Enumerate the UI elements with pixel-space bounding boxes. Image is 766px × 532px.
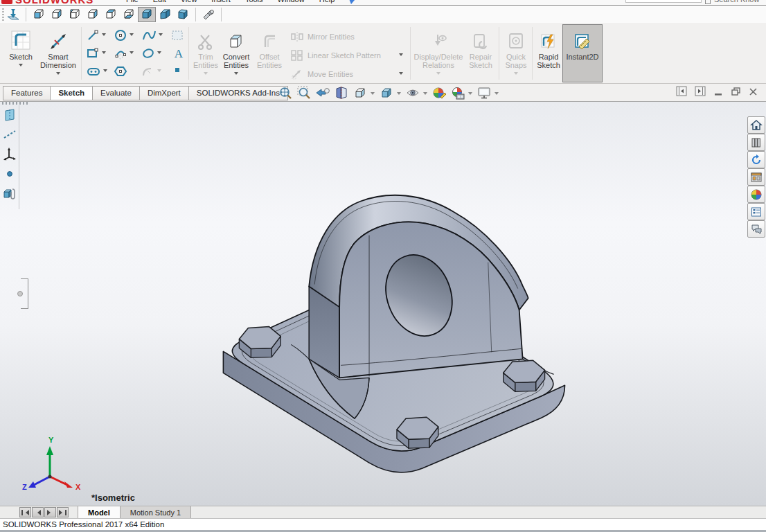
convert-entities-button[interactable]: Convert Entities	[219, 26, 253, 80]
first-sheet-button[interactable]	[19, 507, 31, 517]
next-sheet-button[interactable]	[44, 507, 56, 517]
normal-to-button[interactable]	[4, 7, 22, 22]
smart-dimension-caret[interactable]	[56, 72, 60, 77]
tab-dimxpert[interactable]: DimXpert	[139, 86, 188, 100]
close-button[interactable]	[749, 87, 758, 99]
spline-tool-button[interactable]	[141, 28, 163, 42]
menu-window[interactable]: Window	[278, 0, 305, 3]
view-settings-caret[interactable]	[495, 92, 499, 97]
convert-entities-caret[interactable]	[234, 72, 238, 77]
apply-scene-caret[interactable]	[468, 92, 472, 97]
linear-sketch-pattern-button[interactable]: Linear Sketch Pattern	[291, 50, 381, 61]
rapid-sketch-button[interactable]: Rapid Sketch	[533, 26, 564, 80]
view-orientation-button[interactable]	[352, 85, 368, 100]
taskpane-file-explorer-button[interactable]	[747, 151, 765, 168]
offset-entities-button[interactable]: Offset Entities	[253, 26, 285, 80]
arc-caret[interactable]	[130, 51, 134, 56]
smart-dimension-button[interactable]: Smart Dimension	[37, 26, 79, 80]
back-view-button[interactable]	[48, 7, 66, 22]
display-delete-relations-button[interactable]: Display/Delete Relations	[413, 26, 464, 80]
top-view-button[interactable]	[102, 7, 120, 22]
taskpane-view-palette-button[interactable]	[747, 168, 765, 186]
hide-show-items-button[interactable]	[404, 85, 421, 100]
tab-model[interactable]: Model	[78, 506, 121, 518]
display-style-button[interactable]	[378, 85, 395, 100]
trim-entities-button[interactable]: Trim Entities	[191, 26, 220, 80]
point-tool-button[interactable]	[173, 66, 181, 74]
right-view-button[interactable]	[84, 7, 102, 22]
menu-file[interactable]: File	[126, 0, 139, 3]
fillet-caret[interactable]	[157, 69, 161, 74]
ellipse-caret[interactable]	[157, 51, 161, 56]
menu-tools[interactable]: Tools	[245, 0, 263, 3]
search-input[interactable]	[625, 0, 702, 3]
tab-features[interactable]: Features	[3, 86, 50, 100]
mirror-entities-button[interactable]: Mirror Entities	[291, 31, 355, 42]
rectangle-tool-button[interactable]	[86, 46, 106, 60]
ellipse-tool-button[interactable]	[141, 46, 161, 60]
menu-edit[interactable]: Edit	[153, 0, 166, 3]
minimize-button[interactable]	[713, 87, 723, 99]
tab-evaluate[interactable]: Evaluate	[92, 86, 139, 100]
line-tool-button[interactable]	[86, 28, 106, 42]
zoom-to-area-button[interactable]	[296, 85, 312, 100]
spline-caret[interactable]	[159, 33, 163, 38]
text-tool-button[interactable]: A	[172, 46, 186, 60]
trim-entities-caret[interactable]	[204, 72, 208, 77]
tab-sketch[interactable]: Sketch	[50, 86, 92, 100]
display-style-caret[interactable]	[397, 92, 401, 97]
taskpane-appearances-button[interactable]	[747, 186, 765, 203]
menu-insert[interactable]: Insert	[211, 0, 231, 3]
sketch-button[interactable]: Sketch	[4, 26, 37, 80]
taskpane-design-library-button[interactable]	[747, 134, 765, 151]
last-sheet-button[interactable]	[57, 507, 69, 517]
edit-appearance-button[interactable]	[431, 85, 447, 100]
trimetric-view-button[interactable]	[156, 7, 174, 22]
apply-scene-button[interactable]	[449, 85, 466, 100]
front-view-button[interactable]	[30, 7, 48, 22]
part-model-clevis-bracket[interactable]	[0, 102, 766, 506]
instant2d-button[interactable]: Instant2D	[564, 26, 601, 80]
tab-solidworks-add-ins[interactable]: SOLIDWORKS Add-Ins	[188, 86, 288, 100]
zoom-to-fit-button[interactable]	[277, 85, 294, 100]
polygon-tool-button[interactable]	[114, 64, 127, 78]
left-view-button[interactable]	[66, 7, 84, 22]
pin-menubar-icon[interactable]	[348, 0, 355, 4]
arc-tool-button[interactable]	[114, 46, 134, 60]
isometric-view-button[interactable]	[138, 7, 156, 22]
graphics-area[interactable]: Y X Z *Isometric	[0, 102, 766, 506]
menu-help[interactable]: Help	[319, 0, 335, 3]
linear-pattern-caret[interactable]	[399, 53, 403, 58]
circle-tool-button[interactable]	[114, 28, 134, 42]
section-tool-button[interactable]	[199, 7, 217, 22]
collapse-pane-left-button[interactable]	[676, 86, 687, 99]
search-scope-icon[interactable]	[705, 0, 711, 4]
repair-sketch-button[interactable]: Repair Sketch	[464, 26, 497, 80]
selection-box-tool-button[interactable]	[170, 28, 184, 42]
quick-snaps-button[interactable]: Quick Snaps	[501, 26, 531, 80]
restore-button[interactable]	[731, 87, 741, 99]
quick-snaps-caret[interactable]	[514, 72, 518, 77]
tab-motion-study-1[interactable]: Motion Study 1	[121, 506, 191, 518]
display-delete-relations-caret[interactable]	[436, 72, 440, 77]
slot-tool-button[interactable]	[86, 64, 107, 78]
dimetric-view-button[interactable]	[174, 7, 192, 22]
sketch-dropdown-caret[interactable]	[19, 64, 23, 69]
circle-caret[interactable]	[130, 33, 134, 38]
taskpane-resources-button[interactable]	[747, 116, 765, 134]
taskpane-forum-button[interactable]	[747, 220, 765, 238]
previous-sheet-button[interactable]	[32, 507, 44, 517]
view-orientation-caret[interactable]	[371, 92, 375, 97]
collapse-pane-right-button[interactable]	[695, 86, 706, 99]
menu-view[interactable]: View	[181, 0, 197, 3]
bottom-view-button[interactable]	[120, 7, 138, 22]
slot-caret[interactable]	[103, 69, 107, 74]
taskpane-custom-properties-button[interactable]	[747, 203, 765, 220]
rectangle-caret[interactable]	[102, 51, 106, 56]
hide-show-items-caret[interactable]	[423, 92, 427, 97]
fillet-tool-button[interactable]	[141, 64, 161, 78]
previous-view-button[interactable]	[314, 85, 331, 100]
view-settings-button[interactable]	[476, 85, 492, 100]
move-entities-button[interactable]: Move Entities	[291, 69, 353, 80]
move-entities-caret[interactable]	[399, 72, 403, 77]
